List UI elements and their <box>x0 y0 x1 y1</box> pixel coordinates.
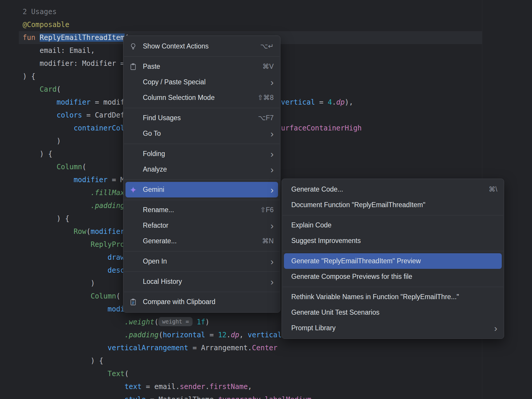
blank-icon <box>129 93 138 102</box>
menu-item-label: Column Selection Mode <box>143 94 247 102</box>
menu-separator <box>282 251 503 251</box>
menu-item-rename[interactable]: Rename...⇧F6 <box>126 202 278 218</box>
inline-parameter-hint: weight = <box>158 317 193 326</box>
menu-item-paste[interactable]: Paste⌘V <box>126 59 278 74</box>
menu-item-label: Explain Code <box>291 221 497 229</box>
code-token: ) <box>23 279 95 287</box>
code-token: dp <box>231 331 239 339</box>
submenu-arrow-icon: › <box>270 257 274 266</box>
menu-item-label: Paste <box>143 63 252 71</box>
menu-separator <box>124 292 280 292</box>
code-token: email: Email, <box>23 46 95 55</box>
menu-item-label: Find Usages <box>143 114 247 122</box>
code-token <box>23 344 108 352</box>
code-token <box>23 292 91 300</box>
code-token: Center <box>252 344 277 352</box>
menu-item-generate-compose-previews-for-this-file[interactable]: Generate Compose Previews for this file <box>284 269 502 284</box>
editor-context-menu: Show Context Actions⌥↵Paste⌘VCopy / Past… <box>123 36 280 313</box>
menu-item-prompt-library[interactable]: Prompt Library› <box>284 320 502 336</box>
blank-icon <box>129 78 138 87</box>
menu-item-folding[interactable]: Folding› <box>126 146 278 162</box>
menu-item-compare-with-clipboard[interactable]: Compare with Clipboard <box>126 294 278 310</box>
submenu-arrow-icon: › <box>270 185 274 194</box>
menu-item-generate-replyemailthreaditem-preview[interactable]: Generate "ReplyEmailThreadItem" Preview <box>284 253 502 269</box>
code-token: ) { <box>23 150 52 158</box>
code-line[interactable]: style = MaterialTheme.typography.labelMe… <box>19 393 482 399</box>
menu-item-gemini[interactable]: Gemini› <box>126 182 278 197</box>
blank-icon <box>129 150 138 158</box>
code-token: = email. <box>142 383 180 391</box>
code-token: , <box>248 383 252 391</box>
menu-separator <box>124 271 280 272</box>
code-token: . <box>205 383 209 391</box>
menu-item-analyze[interactable]: Analyze› <box>126 162 278 177</box>
menu-item-column-selection-mode[interactable]: Column Selection Mode⇧⌘8 <box>126 90 278 105</box>
code-line[interactable]: ) { <box>19 354 482 367</box>
code-token: ) { <box>23 357 103 365</box>
menu-item-label: Analyze <box>143 165 260 173</box>
code-token: .padding <box>91 202 125 210</box>
menu-item-document-function-replyemailthreaditem[interactable]: Document Function "ReplyEmailThreadItem" <box>284 197 502 213</box>
menu-item-generate-code[interactable]: Generate Code...⌘\ <box>284 182 502 197</box>
menu-item-label: Gemini <box>143 186 260 194</box>
code-token <box>23 124 73 132</box>
code-token: .padding <box>125 331 159 339</box>
code-token: , <box>239 331 248 339</box>
menu-item-refactor[interactable]: Refactor› <box>126 218 278 233</box>
code-token: ) { <box>23 72 35 81</box>
menu-item-go-to[interactable]: Go To› <box>126 126 278 141</box>
code-fragment[interactable]: vertical = 4.dp), <box>281 96 353 109</box>
code-token: dp <box>336 98 345 106</box>
code-token <box>23 85 40 93</box>
code-line[interactable]: verticalArrangement = Arrangement.Center <box>19 341 482 354</box>
code-token: 4 <box>328 98 332 106</box>
code-token: ( <box>158 331 163 339</box>
menu-item-copy-paste-special[interactable]: Copy / Paste Special› <box>126 74 278 90</box>
submenu-arrow-icon: › <box>270 150 274 158</box>
menu-item-explain-code[interactable]: Explain Code <box>284 217 502 233</box>
code-line[interactable]: 2 Usages <box>19 5 482 18</box>
menu-item-open-in[interactable]: Open In› <box>126 254 278 269</box>
code-token: ( <box>82 163 86 171</box>
menu-item-find-usages[interactable]: Find Usages⌥F7 <box>126 110 278 126</box>
code-token <box>23 189 91 197</box>
menu-item-label: Rename... <box>143 206 250 214</box>
blank-icon <box>129 277 138 286</box>
code-token: urfaceContainerHigh <box>281 124 362 132</box>
code-token <box>23 253 108 261</box>
code-token: typography <box>218 395 261 399</box>
menu-item-generate[interactable]: Generate...⌘N <box>126 233 278 249</box>
menu-item-label: Suggest Improvements <box>291 237 497 245</box>
menu-item-generate-unit-test-scenarios[interactable]: Generate Unit Test Scenarios <box>284 305 502 320</box>
code-token <box>23 202 91 210</box>
menu-item-suggest-improvements[interactable]: Suggest Improvements <box>284 233 502 249</box>
code-token: Text <box>108 370 125 378</box>
code-token <box>23 370 108 378</box>
code-token: = <box>205 331 218 339</box>
menu-shortcut: ⇧⌘8 <box>257 94 274 102</box>
blank-icon <box>129 237 138 246</box>
menu-item-label: Go To <box>143 130 260 138</box>
code-fragment[interactable]: urfaceContainerHigh <box>281 122 362 135</box>
menu-separator <box>282 287 503 287</box>
menu-item-show-context-actions[interactable]: Show Context Actions⌥↵ <box>126 38 278 54</box>
code-line[interactable]: Text( <box>19 367 482 380</box>
menu-item-rethink-variable-names-in-function-replyemailthre[interactable]: Rethink Variable Names in Function "Repl… <box>284 289 502 305</box>
submenu-arrow-icon: › <box>270 129 274 138</box>
code-token <box>23 305 108 313</box>
code-token: ( <box>154 318 158 326</box>
menu-item-local-history[interactable]: Local History› <box>126 274 278 289</box>
code-token: 1f <box>197 318 205 326</box>
code-token: ) <box>205 318 209 326</box>
blank-icon <box>129 221 138 230</box>
code-token: ( <box>125 370 129 378</box>
code-token: Card <box>40 85 57 93</box>
code-token: .weight <box>125 318 154 326</box>
code-token: . <box>332 98 336 106</box>
code-line[interactable]: @Composable <box>19 18 482 31</box>
code-token: . <box>260 395 265 399</box>
code-token: = MaterialTheme. <box>146 395 218 399</box>
code-line[interactable]: text = email.sender.firstName, <box>19 380 482 393</box>
code-token: horizontal <box>163 331 205 339</box>
menu-item-label: Generate Compose Previews for this file <box>291 273 497 281</box>
